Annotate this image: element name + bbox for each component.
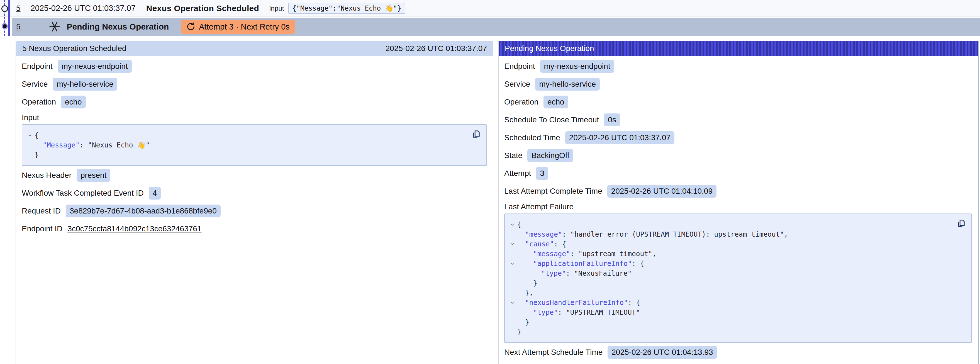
pending-event-id-link[interactable]: 5 <box>16 22 21 31</box>
field-label: Nexus Header <box>22 171 72 180</box>
detail-panels: 5 Nexus Operation Scheduled 2025-02-26 U… <box>0 41 980 364</box>
field-label: Endpoint <box>22 62 52 71</box>
json-text: { <box>517 220 521 228</box>
collapse-chevron-icon[interactable] <box>508 242 517 246</box>
json-line: "Message": "Nexus Echo 👋" <box>25 140 467 150</box>
json-line: "nexusHandlerFailureInfo": { <box>508 298 952 307</box>
field-next-attempt-schedule-time: Next Attempt Schedule Time 2025-02-26 UT… <box>504 343 972 361</box>
collapse-chevron-icon[interactable] <box>508 261 517 266</box>
field-request-id: Request ID 3e829b7e-7d67-4b08-aad3-b1e86… <box>22 202 487 220</box>
json-text: { <box>35 131 39 139</box>
collapse-chevron-icon[interactable] <box>508 300 517 305</box>
field-value-badge: present <box>76 169 110 182</box>
json-line: "type": "NexusFailure" <box>508 268 952 278</box>
event-id-link[interactable]: 5 <box>16 4 21 13</box>
panel-nexus-operation-scheduled: 5 Nexus Operation Scheduled 2025-02-26 U… <box>16 41 493 364</box>
json-text: } <box>533 279 537 287</box>
json-key: "type" <box>541 269 566 277</box>
collapse-chevron-icon[interactable] <box>25 133 35 138</box>
json-key: "applicationFailureInfo" <box>533 259 632 268</box>
json-text: : { <box>628 299 640 307</box>
pending-asterisk-icon <box>48 21 61 33</box>
field-attempt: Attempt 3 <box>504 164 972 182</box>
field-schedule-to-close-timeout: Schedule To Close Timeout 0s <box>504 111 972 129</box>
copy-icon[interactable] <box>470 128 482 140</box>
json-text: } <box>525 318 529 326</box>
event-history-detail-view: 5 2025-02-26 UTC 01:03:37.07 Nexus Opera… <box>0 0 980 364</box>
field-operation: Operation echo <box>22 93 487 111</box>
event-row-nexus-operation-scheduled[interactable]: 5 2025-02-26 UTC 01:03:37.07 Nexus Opera… <box>0 0 980 17</box>
json-line: } <box>508 317 952 327</box>
panel-pending-nexus-operation: Pending Nexus Operation Endpoint my-nexu… <box>498 41 979 364</box>
json-text: : "UPSTREAM_TIMEOUT" <box>558 308 640 316</box>
attempt-retry-text: Attempt 3 · Next Retry 0s <box>199 22 290 32</box>
field-value-badge: my-nexus-endpoint <box>540 60 614 73</box>
field-endpoint: Endpoint my-nexus-endpoint <box>504 57 972 75</box>
field-service: Service my-hello-service <box>22 75 487 93</box>
json-line: "message": "handler error (UPSTREAM_TIME… <box>508 229 952 239</box>
json-line: "cause": { <box>508 239 952 249</box>
field-value-badge: 3e829b7e-7d67-4b08-aad3-b1e868bfe9e0 <box>66 204 221 217</box>
retry-icon <box>186 22 196 32</box>
field-value-badge: 2025-02-26 UTC 01:04:10.09 <box>607 185 716 198</box>
field-label: Workflow Task Completed Event ID <box>22 189 144 198</box>
json-key: "message" <box>525 230 562 238</box>
json-line: "applicationFailureInfo": { <box>508 259 952 268</box>
json-key: "cause" <box>525 240 554 248</box>
pending-nexus-operation-row[interactable]: 5 Pending Nexus Operation Attempt 3 · Ne… <box>12 18 980 36</box>
field-value-badge: BackingOff <box>527 149 573 162</box>
field-value-badge: 4 <box>149 187 161 200</box>
event-input-label: Input <box>269 5 284 12</box>
timeline-active-bar <box>8 0 10 36</box>
json-text: } <box>35 151 39 159</box>
left-panel-body: Endpoint my-nexus-endpoint Service my-he… <box>16 56 493 238</box>
field-label: Service <box>504 80 530 89</box>
field-label: Operation <box>22 97 56 107</box>
event-timestamp: 2025-02-26 UTC 01:03:37.07 <box>31 4 136 13</box>
event-title: Nexus Operation Scheduled <box>146 4 259 13</box>
field-value-badge: 0s <box>604 113 620 126</box>
attempt-retry-badge: Attempt 3 · Next Retry 0s <box>181 20 295 34</box>
field-value-badge: 2025-02-26 UTC 01:04:13.93 <box>608 346 717 359</box>
field-label: Schedule To Close Timeout <box>504 115 599 124</box>
field-workflow-task-completed-event-id: Workflow Task Completed Event ID 4 <box>22 184 487 202</box>
json-line: { <box>508 220 952 229</box>
collapse-chevron-icon[interactable] <box>508 222 517 227</box>
json-text: : "NexusFailure" <box>566 269 632 277</box>
copy-icon[interactable] <box>955 217 967 229</box>
json-text: : "upstream timeout", <box>570 250 657 258</box>
field-value-badge: my-hello-service <box>52 78 117 91</box>
event-input-value-chip: {"Message":"Nexus Echo 👋"} <box>288 3 405 14</box>
field-label: Attempt <box>504 169 531 178</box>
json-key: "type" <box>533 308 558 316</box>
json-text: }, <box>525 289 533 297</box>
json-text: : "handler error (UPSTREAM_TIMEOUT): ups… <box>562 230 788 238</box>
field-label: State <box>504 151 522 160</box>
json-line: }, <box>508 288 952 298</box>
field-label: Service <box>22 80 48 89</box>
timeline-node-current-icon <box>2 23 8 29</box>
field-operation: Operation echo <box>504 93 972 111</box>
json-text: : "Nexus Echo 👋" <box>80 141 150 149</box>
json-key: "message" <box>533 250 570 258</box>
field-service: Service my-hello-service <box>504 75 972 93</box>
field-last-attempt-complete-time: Last Attempt Complete Time 2025-02-26 UT… <box>504 182 972 200</box>
endpoint-id-link[interactable]: 3c0c75ccfa8144b092c13ce632463761 <box>67 224 201 233</box>
left-panel-timestamp: 2025-02-26 UTC 01:03:37.07 <box>385 44 487 53</box>
pending-row-title: Pending Nexus Operation <box>67 22 169 32</box>
right-panel-header: Pending Nexus Operation <box>499 41 978 56</box>
last-attempt-failure-json-block: {"message": "handler error (UPSTREAM_TIM… <box>504 214 972 343</box>
json-text: } <box>517 328 521 336</box>
field-label: Scheduled Time <box>504 133 560 142</box>
json-line: "message": "upstream timeout", <box>508 249 952 259</box>
field-value-badge: echo <box>544 96 568 109</box>
left-panel-title: 5 Nexus Operation Scheduled <box>22 44 126 53</box>
input-block-label: Input <box>22 111 487 124</box>
field-nexus-header: Nexus Header present <box>22 166 487 184</box>
field-value-badge: 2025-02-26 UTC 01:03:37.07 <box>565 131 675 144</box>
input-json-block: {"Message": "Nexus Echo 👋"} <box>22 124 487 166</box>
field-label: Operation <box>504 97 538 107</box>
field-label: Last Attempt Complete Time <box>504 187 602 196</box>
json-key: "nexusHandlerFailureInfo" <box>525 299 628 307</box>
right-panel-title: Pending Nexus Operation <box>505 44 594 53</box>
